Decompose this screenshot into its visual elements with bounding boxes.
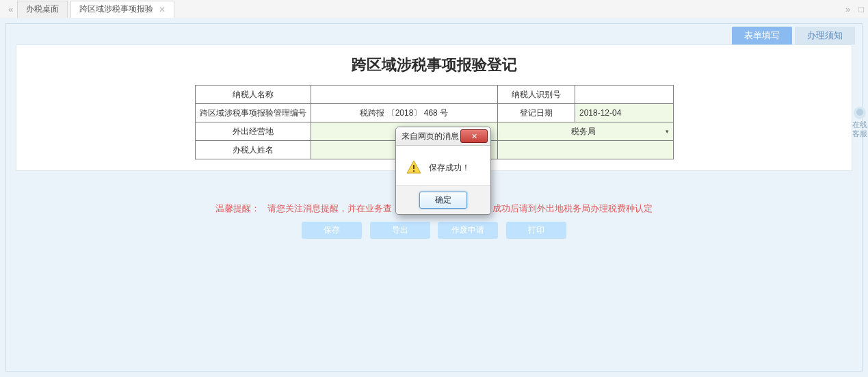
dialog-close-button[interactable]: ✕ bbox=[460, 129, 488, 143]
chevron-down-icon: ▾ bbox=[666, 128, 669, 135]
field-reg-date[interactable]: 2018-12-04 bbox=[575, 104, 673, 122]
page-title: 跨区域涉税事项报验登记 bbox=[16, 45, 852, 85]
tabs-scroll-left-icon[interactable]: « bbox=[4, 4, 17, 14]
panel: 表单填写 办理须知 跨区域涉税事项报验登记 纳税人名称 纳税人识别号 跨区域涉税… bbox=[5, 23, 863, 372]
subtab-notice[interactable]: 办理须知 bbox=[795, 27, 855, 44]
label-taxpayer-name: 纳税人名称 bbox=[195, 86, 311, 104]
print-button[interactable]: 打印 bbox=[506, 222, 566, 239]
subtab-label: 表单填写 bbox=[744, 30, 780, 40]
tabs-scroll-right-icon[interactable]: » bbox=[845, 4, 850, 14]
window-maximize-icon[interactable]: □ bbox=[858, 4, 864, 14]
label-out-place: 外出经营地 bbox=[195, 122, 311, 141]
online-service-widget[interactable]: 在线客服 bbox=[852, 107, 868, 138]
dialog-body: 保存成功！ bbox=[396, 146, 490, 185]
button-row: 保存 导出 作废申请 打印 bbox=[6, 222, 862, 239]
workspace: 表单填写 办理须知 跨区域涉税事项报验登记 纳税人名称 纳税人识别号 跨区域涉税… bbox=[0, 18, 868, 377]
label-handler-name: 办税人姓名 bbox=[195, 141, 311, 159]
label-mgmt-no: 跨区域涉税事项报验管理编号 bbox=[195, 104, 311, 122]
tab-label: 跨区域涉税事项报验 bbox=[79, 3, 153, 15]
field-empty[interactable] bbox=[497, 141, 673, 159]
field-taxpayer-id[interactable] bbox=[575, 86, 673, 104]
alert-dialog: 来自网页的消息 ✕ 保存成功！ 确定 bbox=[395, 127, 491, 215]
field-tax-bureau[interactable]: 税务局 ▾ bbox=[497, 122, 673, 141]
label-reg-date: 登记日期 bbox=[497, 104, 575, 122]
tab-bar: « 办税桌面 跨区域涉税事项报验 ✕ » □ bbox=[0, 0, 868, 18]
tab-label: 办税桌面 bbox=[26, 3, 59, 15]
tip-prefix: 温馨提醒： bbox=[215, 203, 260, 213]
dialog-footer: 确定 bbox=[396, 185, 490, 214]
svg-rect-1 bbox=[413, 165, 415, 169]
tab-cross-region[interactable]: 跨区域涉税事项报验 ✕ bbox=[70, 1, 174, 18]
dialog-header: 来自网页的消息 ✕ bbox=[396, 127, 490, 146]
export-button[interactable]: 导出 bbox=[370, 222, 430, 239]
tip-right: 成功后请到外出地税务局办理税费种认定 bbox=[492, 203, 653, 213]
save-button[interactable]: 保存 bbox=[302, 222, 362, 239]
subtab-form[interactable]: 表单填写 bbox=[732, 27, 792, 44]
avatar-icon bbox=[854, 107, 866, 119]
close-icon[interactable]: ✕ bbox=[159, 5, 166, 14]
warning-icon bbox=[406, 159, 422, 176]
tab-desktop[interactable]: 办税桌面 bbox=[17, 1, 68, 18]
svg-rect-2 bbox=[413, 170, 415, 172]
table-row: 跨区域涉税事项报验管理编号 税跨报 〔2018〕 468 号 登记日期 2018… bbox=[195, 104, 673, 122]
sub-tabs: 表单填写 办理须知 bbox=[732, 27, 855, 44]
side-widget-label: 在线客服 bbox=[852, 120, 868, 138]
field-mgmt-no: 税跨报 〔2018〕 468 号 bbox=[311, 104, 497, 122]
dropdown-value: 税务局 bbox=[502, 126, 666, 138]
tip-left: 请您关注消息提醒，并在业务查 bbox=[267, 203, 392, 213]
ok-button[interactable]: 确定 bbox=[419, 192, 467, 209]
subtab-label: 办理须知 bbox=[807, 30, 843, 40]
dialog-title: 来自网页的消息 bbox=[402, 131, 459, 142]
table-row: 纳税人名称 纳税人识别号 bbox=[195, 86, 673, 104]
label-taxpayer-id: 纳税人识别号 bbox=[497, 86, 575, 104]
window-controls: » □ bbox=[845, 0, 864, 18]
field-taxpayer-name[interactable] bbox=[311, 86, 497, 104]
void-button[interactable]: 作废申请 bbox=[438, 222, 498, 239]
dialog-message: 保存成功！ bbox=[429, 162, 470, 174]
